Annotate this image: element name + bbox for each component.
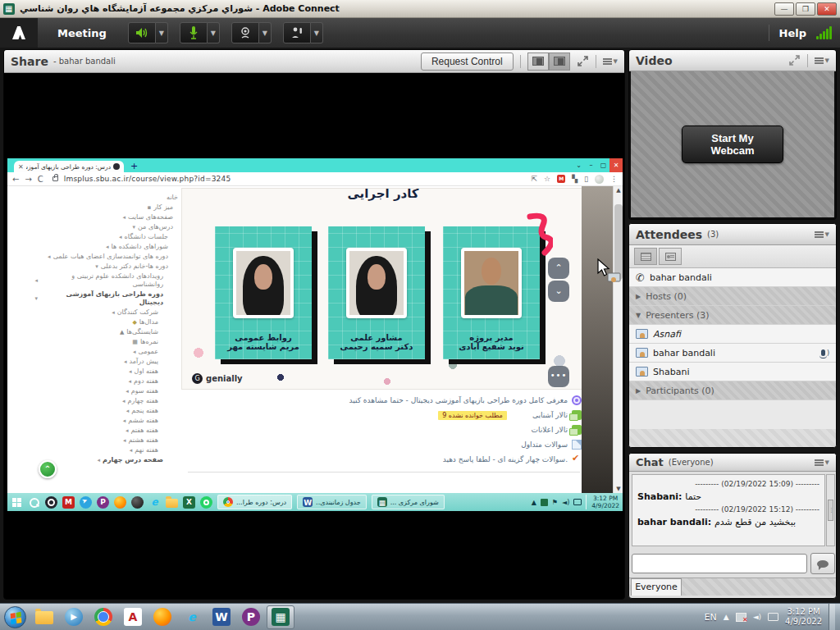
taskbar-app-word[interactable] [208, 605, 235, 629]
sidebar-link[interactable]: هفته هشتم [27, 436, 178, 445]
staff-card[interactable]: مشاور علمیدکتر سمیه رحیمی [328, 226, 425, 359]
request-control-button[interactable]: Request Control [421, 52, 514, 71]
display-icon[interactable] [768, 613, 778, 621]
chat-send-button[interactable] [810, 553, 835, 574]
sidebar-link[interactable]: هفته سوم [27, 386, 178, 396]
attendee-group-row[interactable]: ▶Hosts (0) [629, 287, 836, 306]
obs-icon[interactable] [45, 496, 57, 509]
raise-hand-dropdown[interactable]: ▼ [311, 22, 323, 43]
minimize-button[interactable]: — [774, 2, 794, 16]
whatsapp-icon[interactable] [200, 496, 212, 509]
attendee-group-row[interactable]: ▶Participants (0) [629, 381, 836, 400]
start-button[interactable] [4, 606, 26, 628]
speaker-button[interactable] [128, 22, 156, 43]
sidebar-link[interactable]: دوره های توانمندسازی اعضای هیات علمی [27, 252, 178, 262]
help-menu[interactable]: Help [779, 27, 806, 39]
video-pod-menu-button[interactable]: ▼ [815, 57, 829, 64]
activity-link[interactable]: سوالات متداول [521, 441, 568, 449]
browser-restore-button[interactable]: ▢ [597, 158, 609, 172]
back-icon[interactable]: ← [12, 175, 19, 184]
sidebar-link[interactable]: شوراهای دانشکده ها [27, 242, 178, 252]
chat-pod-menu-button[interactable]: ▼ [815, 459, 829, 466]
extensions-puzzle-icon[interactable]: ▚ [572, 175, 578, 183]
close-button[interactable]: ✕ [817, 2, 837, 16]
tray-flag-icon[interactable]: ⚑ [552, 499, 558, 506]
show-desktop-button[interactable] [829, 604, 835, 630]
chat-input[interactable] [632, 554, 807, 573]
activity-link[interactable]: سوالات چهار گزینه ای - لطفا پاسخ دهید. [443, 455, 568, 463]
forward-icon[interactable]: → [25, 175, 31, 184]
scroll-down-icon[interactable]: ▼ [614, 485, 623, 493]
taskbar-app-folder[interactable] [30, 605, 58, 629]
card-view-button[interactable] [659, 248, 682, 265]
attendee-row[interactable]: Shabani [629, 363, 836, 381]
sidebar-link[interactable]: شایستگی‌ها [27, 327, 178, 337]
browser-minimize-button[interactable]: – [585, 158, 597, 172]
share-page-icon[interactable]: ⇱ [532, 175, 538, 183]
connection-signal-icon[interactable] [816, 26, 832, 39]
share-pod-menu-button[interactable]: ▼ [603, 58, 618, 65]
sidebar-link[interactable]: میز کار [27, 203, 178, 212]
reload-icon[interactable]: C [38, 175, 43, 184]
mred-icon[interactable] [62, 496, 75, 509]
taskbar-clock[interactable]: 3:12 PM 4/9/2022 [785, 607, 822, 627]
chat-scrollbar[interactable]: ⋮ [826, 474, 835, 546]
genially-more-button[interactable]: ••• [548, 366, 569, 387]
ie-icon[interactable] [148, 496, 161, 509]
restore-button[interactable]: ❐ [796, 2, 815, 16]
collapse-icon[interactable]: ▼ [636, 312, 641, 319]
sphere-icon[interactable] [131, 496, 144, 509]
attendee-row[interactable]: bahar bandali) [629, 344, 836, 363]
speaker-dropdown[interactable]: ▼ [156, 22, 168, 43]
tray-up-icon[interactable]: ▲ [532, 499, 536, 506]
inner-clock[interactable]: 3:12 PM4/9/2022 [586, 495, 619, 509]
taskbar-app-chrome[interactable] [89, 605, 117, 629]
attendee-group-row[interactable]: ▼Presenters (3) [629, 306, 836, 325]
microphone-button[interactable] [180, 22, 208, 43]
tray-display-icon[interactable] [573, 499, 582, 505]
activity-link[interactable]: تالار اعلانات [531, 426, 568, 434]
taskbar-app-acrobat[interactable] [119, 605, 147, 629]
sidebar-link[interactable]: هفته ششم [27, 416, 178, 426]
start-icon[interactable] [11, 496, 23, 509]
tab-search-dropdown-icon[interactable]: ⌄ [573, 158, 585, 172]
volume-icon[interactable]: ◄) [753, 613, 761, 621]
sidebar-link[interactable]: هفته نهم [27, 445, 178, 455]
layout-filled-button[interactable] [549, 52, 570, 71]
genially-next-button[interactable]: ⌄ [548, 281, 569, 302]
profile-avatar[interactable] [595, 175, 604, 184]
genially-prev-button[interactable]: ⌃ [548, 258, 569, 279]
layout-windowed-button[interactable] [527, 52, 549, 71]
list-view-button[interactable] [634, 248, 657, 265]
staff-card[interactable]: روابط عمومیمریم شایسته مهر [215, 226, 312, 359]
address-bar[interactable]: lmsplus.sbu.ac.ir/course/view.php?id=324… [64, 175, 231, 183]
sidebar-link[interactable]: پیش درآمد [27, 357, 178, 367]
webcam-dropdown[interactable]: ▼ [259, 22, 272, 43]
genially-brand[interactable]: G genially [192, 373, 243, 384]
attendees-pod-menu-button[interactable]: ▼ [815, 231, 829, 238]
activity-link[interactable]: تالار آشنایی [532, 411, 568, 419]
search-icon[interactable] [28, 496, 40, 509]
sidebar-link[interactable]: خانه [27, 193, 178, 203]
tab-close-icon[interactable]: ✕ [18, 163, 24, 171]
sidebar-link[interactable]: هفته دوم [27, 377, 178, 386]
sidebar-link[interactable]: دوره ها-خانم دکتر بدعلی [27, 262, 178, 272]
sidebar-link[interactable]: هفته اول [27, 367, 178, 377]
webcam-button[interactable] [231, 22, 259, 43]
chat-scrollbar-thumb[interactable]: ⋮ [828, 500, 833, 521]
lock-icon[interactable] [52, 176, 58, 181]
excel-icon[interactable] [183, 496, 195, 509]
video-fullscreen-button[interactable] [788, 54, 801, 66]
sidebar-link[interactable]: هفته پنجم [27, 406, 178, 416]
tray-green-icon[interactable] [541, 499, 548, 506]
sidebar-link[interactable]: درس‌های من [27, 222, 178, 232]
raise-hand-button[interactable] [283, 22, 311, 43]
telegram-icon[interactable] [80, 496, 92, 509]
network-error-icon[interactable] [736, 613, 746, 622]
sidebar-link[interactable]: عمومی [27, 347, 178, 357]
scroll-up-icon[interactable]: ▲ [614, 186, 623, 194]
taskbar-window-button[interactable]: شورای مرکزی ... [372, 495, 445, 509]
sidebar-link[interactable]: مدال‌ها [27, 317, 178, 327]
sidebar-link[interactable]: شرکت کنندگان [27, 308, 178, 317]
start-webcam-button[interactable]: Start My Webcam [682, 126, 783, 163]
